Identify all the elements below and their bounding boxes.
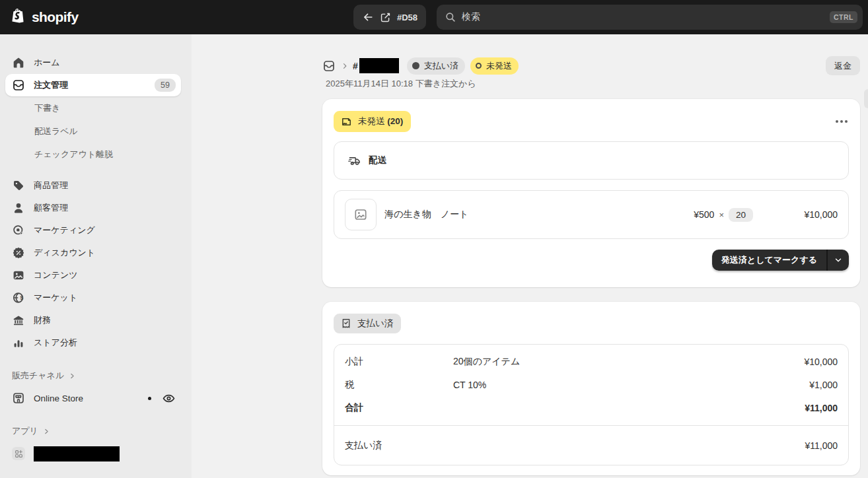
markets-globe-icon: $ [12, 291, 25, 304]
sidebar: ホーム 注文管理 59 下書き 配送ラベル チェックアウト離脱 商品管理 顧客管… [0, 34, 192, 478]
sidebar-item-online-store[interactable]: Online Store [5, 387, 181, 409]
quantity-pill: 20 [729, 208, 753, 222]
tax-detail: CT 10% [453, 380, 758, 390]
sidebar-item-label: マーケティング [34, 224, 95, 236]
sidebar-item-discounts[interactable]: ディスカウント [5, 242, 181, 264]
sidebar-item-shipping-labels[interactable]: 配送ラベル [5, 120, 181, 143]
back-arrow-icon[interactable] [362, 11, 374, 23]
order-number-prefix: # [353, 61, 358, 71]
search-input[interactable]: 検索 CTRL [437, 5, 863, 30]
sidebar-item-finance[interactable]: 財務 [5, 309, 181, 331]
shipping-method-box: 配送 [334, 141, 849, 180]
unit-price: ¥500 [694, 209, 714, 220]
sidebar-item-drafts[interactable]: 下書き [5, 96, 181, 120]
payment-card: 支払い済 小計 20個のアイテム ¥10,000 税 CT 10% ¥1,000 [322, 302, 860, 475]
shopify-admin: shopify #D58 検索 CTRL ホーム [0, 0, 868, 478]
sidebar-item-label: コンテンツ [34, 269, 78, 281]
product-thumbnail [345, 199, 377, 230]
order-date-line: 2025年11月14日 10:18 下書き注文から [326, 78, 476, 90]
sidebar-subitem-label: 下書き [34, 102, 60, 114]
total-amount: ¥11,000 [758, 403, 838, 413]
line-item-row: 海の生き物 ノート ¥500 × 20 ¥10,000 [334, 190, 849, 239]
order-detail-page: # 支払い済 未発送 返金 2025年11月14日 10:18 下書き注文から [192, 34, 868, 478]
mark-fulfilled-dropdown-button[interactable] [826, 250, 849, 271]
online-store-label: Online Store [34, 393, 83, 403]
paid-amount: ¥11,000 [758, 440, 838, 451]
paid-label: 支払い済 [345, 440, 758, 452]
more-actions-button-partial[interactable] [864, 89, 868, 108]
tax-row: 税 CT 10% ¥1,000 [334, 373, 848, 396]
receipt-check-icon [340, 318, 352, 329]
sidebar-item-content[interactable]: コンテンツ [5, 264, 181, 287]
subtotal-label: 小計 [345, 356, 453, 368]
sidebar-item-markets[interactable]: $ マーケット [5, 287, 181, 309]
unfulfilled-status-icon [476, 63, 482, 69]
tax-label: 税 [345, 379, 453, 391]
current-order-pill[interactable]: #D58 [353, 5, 426, 30]
sidebar-item-home[interactable]: ホーム [5, 51, 181, 74]
orders-icon [12, 79, 25, 92]
paid-card-badge: 支払い済 [334, 314, 401, 333]
order-reference: #D58 [397, 13, 417, 22]
apps-label: アプリ [12, 425, 38, 437]
sidebar-item-app[interactable] [5, 442, 181, 465]
paid-status-badge: 支払い済 [407, 57, 465, 75]
online-store-icon [12, 392, 25, 405]
sidebar-item-label: ディスカウント [34, 247, 95, 259]
sidebar-subitem-label: チェックアウト離脱 [34, 149, 113, 160]
line-total: ¥10,000 [753, 209, 838, 220]
paid-status-icon [412, 62, 419, 69]
product-name[interactable]: 海の生き物 ノート [384, 209, 468, 221]
sidebar-item-label: ストア分析 [34, 337, 77, 349]
chevron-right-icon [43, 428, 50, 435]
card-menu-button[interactable] [834, 116, 849, 127]
app-name-redacted [34, 446, 120, 461]
sidebar-item-analytics[interactable]: ストア分析 [5, 331, 181, 354]
subtotal-amount: ¥10,000 [758, 357, 838, 367]
refund-button[interactable]: 返金 [826, 56, 860, 75]
payment-summary-box: 小計 20個のアイテム ¥10,000 税 CT 10% ¥1,000 合計 ¥… [334, 344, 849, 465]
sidebar-item-label: 顧客管理 [34, 202, 68, 214]
products-tag-icon [12, 179, 25, 192]
sidebar-item-label: ホーム [34, 57, 60, 69]
sidebar-item-customers[interactable]: 顧客管理 [5, 197, 181, 219]
analytics-bars-icon [12, 336, 25, 349]
sidebar-item-orders[interactable]: 注文管理 59 [5, 74, 181, 96]
orders-breadcrumb-icon[interactable] [322, 59, 336, 73]
subtotal-detail: 20個のアイテム [453, 356, 758, 368]
sidebar-item-label: 注文管理 [34, 79, 68, 91]
discount-seal-icon [12, 246, 25, 259]
apps-header[interactable]: アプリ [5, 425, 181, 437]
unfulfilled-status-badge: 未発送 [470, 57, 519, 75]
finance-bank-icon [12, 314, 25, 327]
sales-channels-label: 販売チャネル [12, 370, 64, 382]
unfulfilled-status-label: 未発送 [486, 60, 512, 72]
view-store-eye-icon[interactable] [162, 392, 176, 405]
content-image-icon [12, 269, 25, 282]
online-store-status-dot [148, 397, 151, 400]
sidebar-item-abandoned-checkouts[interactable]: チェックアウト離脱 [5, 143, 181, 166]
app-grid-icon [12, 447, 25, 460]
sidebar-item-products[interactable]: 商品管理 [5, 174, 181, 197]
paid-row: 支払い済 ¥11,000 [334, 426, 848, 465]
shipping-method-label: 配送 [369, 154, 386, 166]
paid-status-label: 支払い済 [424, 60, 458, 72]
shopify-wordmark: shopify [32, 9, 78, 25]
orders-count-badge: 59 [155, 79, 176, 92]
subtotal-row: 小計 20個のアイテム ¥10,000 [334, 350, 848, 373]
search-placeholder: 検索 [462, 11, 830, 23]
search-icon [445, 11, 456, 23]
delivery-truck-icon [347, 154, 361, 168]
mark-fulfilled-button[interactable]: 発送済としてマークする [712, 250, 826, 271]
shopify-bag-icon [11, 8, 27, 26]
sales-channels-header[interactable]: 販売チャネル [5, 370, 181, 382]
shopify-logo[interactable]: shopify [11, 8, 353, 26]
chevron-right-icon [69, 372, 76, 380]
fulfillment-card: 未発送 (20) 配送 海の生き物 ノート [322, 99, 860, 287]
total-label: 合計 [345, 402, 453, 414]
total-row: 合計 ¥11,000 [334, 396, 848, 419]
unfulfilled-card-badge: 未発送 (20) [334, 111, 411, 132]
search-shortcut-badge: CTRL [830, 11, 857, 24]
sidebar-item-marketing[interactable]: マーケティング [5, 219, 181, 242]
breadcrumb-chevron-icon [341, 62, 349, 70]
